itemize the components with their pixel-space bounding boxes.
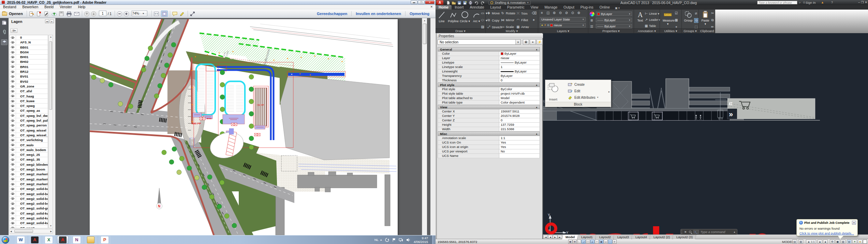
tool-explode[interactable]: ✶ [532, 18, 536, 22]
tool-table[interactable]: ▦Table [644, 24, 656, 28]
property-value[interactable]: 137.7259 [499, 123, 540, 127]
layer-row[interactable]: BR12 [10, 69, 48, 74]
tool-quickselect[interactable]: ☑ [674, 11, 678, 15]
layer-visibility-toggle[interactable] [10, 118, 16, 123]
layer-row[interactable]: OT_walo_bodem [10, 148, 48, 152]
edit-attributes-tool[interactable]: Edit Attributes▾ [568, 94, 598, 100]
command-search-icon[interactable] [689, 231, 691, 233]
tool-paste[interactable]: Paste ▾ [700, 10, 710, 26]
toggle-pickadd-icon[interactable]: ⊞ [523, 39, 529, 45]
send-file-icon[interactable] [29, 11, 34, 17]
minimize-button[interactable]: ▬ [411, 0, 417, 4]
layer-row[interactable]: BV02 [10, 79, 48, 84]
linetype-select[interactable]: ——ByLayer▼ [596, 18, 632, 22]
command-input[interactable]: Type a command [701, 230, 725, 234]
workspace-select[interactable]: Drafting & Annotation▼ [488, 1, 531, 5]
layer-visibility-toggle[interactable] [10, 221, 16, 225]
tool-ungroup[interactable]: ⧄ [694, 11, 698, 15]
layer-visibility-toggle[interactable] [10, 50, 16, 54]
tool-text[interactable]: AText [635, 10, 645, 22]
collapse-panel-icon[interactable]: ◂◂ [45, 19, 49, 23]
layer-visibility-toggle[interactable] [10, 206, 16, 211]
taskbar-autocad-icon[interactable]: A [29, 236, 41, 244]
layout-tab-layout1[interactable]: Layout1 [578, 235, 597, 239]
panel-layers-label[interactable]: Layers ▾ [538, 28, 588, 33]
menu-bestand[interactable]: Bestand [0, 5, 19, 9]
layer-visibility-toggle[interactable] [10, 59, 16, 64]
property-value[interactable] [499, 154, 540, 158]
pdf-vertical-scrollbar[interactable]: ▲ [422, 18, 427, 235]
layer-state-select[interactable]: Unsaved Layer State▼ [540, 17, 586, 22]
previous-page-icon[interactable] [84, 11, 90, 17]
layer-row[interactable]: BV01 [10, 74, 48, 79]
zoom-level-select[interactable]: 74%▼ [132, 11, 147, 16]
layer-row[interactable]: OT_weg2_solid-beton_ [10, 192, 48, 196]
layer-visibility-toggle[interactable] [10, 187, 16, 191]
layer-row[interactable]: OT_spwg [10, 104, 48, 108]
tool-group[interactable]: Group [683, 10, 693, 22]
save-as-icon[interactable] [463, 1, 467, 5]
ribbon-tab-output[interactable]: Output [560, 5, 577, 10]
new-file-icon[interactable] [446, 1, 450, 5]
property-value[interactable]: project HAVP.ctb [499, 92, 540, 96]
layer-row[interactable]: OT_weg2_blindengelei [10, 162, 48, 167]
acad-titlebar[interactable]: A Drafting & Annotation▼ AutoCAD LT 2013… [436, 0, 868, 5]
layer-visibility-toggle[interactable] [10, 84, 16, 89]
open-file-icon[interactable] [452, 1, 456, 5]
trusted-autodesk-icon[interactable]: ✦ [852, 240, 857, 244]
zoom-out-icon[interactable] [117, 11, 122, 17]
taskbar-excel-icon[interactable]: X [43, 236, 55, 244]
layout-tab-layout2[interactable]: Layout2 [596, 235, 615, 239]
layer-row[interactable]: OT_walo [10, 143, 48, 148]
property-value[interactable]: 156687.5911 [499, 109, 540, 113]
tool-erase[interactable]: ⌫ [532, 11, 536, 15]
panel-properties-label[interactable]: Properties ▾ [588, 28, 634, 33]
layers-options-icon[interactable]: ☰▾ [11, 28, 17, 33]
page-number-input[interactable]: 1 [99, 11, 106, 16]
hardware-accel-icon[interactable]: ▥ [841, 240, 845, 244]
layer-visibility-toggle[interactable] [10, 201, 16, 206]
layer-row[interactable]: OT_weg2_markering_a [10, 182, 48, 187]
layer-visibility-toggle[interactable] [10, 177, 16, 181]
layer-visibility-toggle[interactable] [10, 55, 16, 59]
workspace-gear-icon[interactable]: ⚙ [830, 240, 835, 244]
layer-visibility-toggle[interactable] [10, 40, 16, 44]
ribbon-tab-annotate[interactable]: Annotate [467, 5, 487, 10]
ribbon-tab-view[interactable]: View [528, 5, 542, 10]
notification-close-icon[interactable]: ✕ [852, 221, 856, 225]
layer-visibility-toggle[interactable] [10, 113, 16, 118]
annotation-visibility-icon[interactable]: ▲ [818, 240, 822, 244]
layer-row[interactable]: GR_zone [10, 84, 48, 89]
email-icon[interactable] [74, 11, 80, 17]
layer-row[interactable]: OT_weg2_solid-beton_ [10, 187, 48, 191]
property-value[interactable]: Yes [499, 140, 540, 145]
section-plot-style[interactable]: Plot style▲ [438, 83, 540, 87]
attachments-icon[interactable] [1, 29, 8, 35]
layer-visibility-toggle[interactable] [10, 172, 16, 176]
panel-draw-label[interactable]: Draw ▾ [436, 28, 485, 33]
layer-row[interactable]: OT_weg2_markering_b [10, 172, 48, 177]
tool-linear[interactable]: ⊢Linear ▾ [644, 12, 659, 15]
close-document-icon[interactable]: ✕ [430, 5, 433, 9]
property-value[interactable]: Color dependent [499, 100, 540, 105]
layer-visibility-toggle[interactable] [10, 226, 16, 228]
action-opmerking[interactable]: Opmerking [406, 12, 433, 16]
layer-row[interactable]: OT_weg1_25 [10, 152, 48, 157]
tool-copy[interactable]: ⧉Copy [487, 18, 499, 22]
comment-icon[interactable] [172, 11, 178, 17]
fit-width-icon[interactable] [153, 11, 160, 17]
property-value[interactable]: nieuw [499, 56, 540, 60]
status-toggle-icon[interactable]: + [595, 240, 599, 244]
print-icon[interactable] [66, 11, 72, 17]
property-value[interactable]: 221.5388 [499, 127, 540, 131]
lock-icon[interactable]: ▲ [821, 1, 824, 4]
clean-screen-button[interactable] [863, 240, 867, 244]
status-toggle-icon[interactable]: ⬚ [608, 240, 612, 244]
taskbar-powerpoint-icon[interactable]: P [99, 236, 111, 244]
layer-row[interactable]: BH01 [10, 55, 48, 59]
panel-groups-label[interactable]: Groups ▾ [682, 28, 698, 33]
fullscreen-icon[interactable] [190, 11, 195, 17]
layout-tab-layout22[interactable]: Layout2 (2) [650, 235, 673, 239]
annotation-scale-button[interactable]: ▲ 1:1 [806, 240, 816, 244]
layer-visibility-toggle[interactable] [10, 35, 16, 40]
